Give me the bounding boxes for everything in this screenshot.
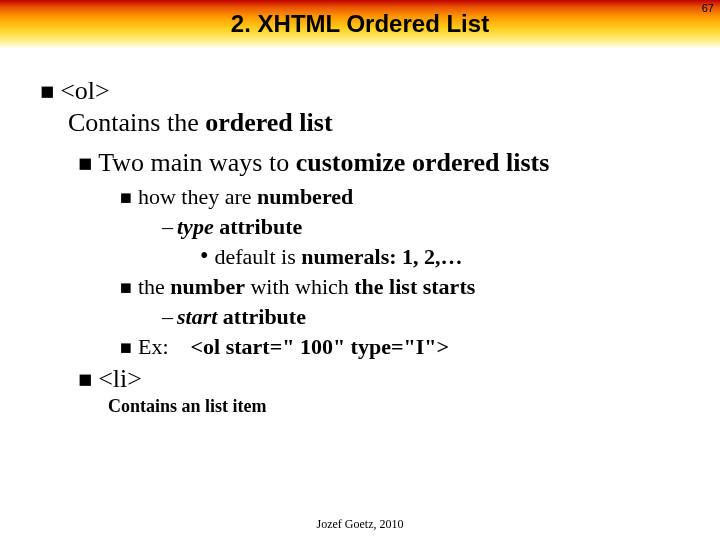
square-bullet-icon: ■ [120,336,132,358]
li-desc-a: Contains an [108,396,205,416]
bullet-example: ■Ex: <ol start=" 100" type="I"> [120,334,710,360]
default-b: numerals: 1, 2,… [301,244,462,269]
ex-label: Ex: [138,334,169,359]
slide-content: ■<ol> Contains the ordered list ■Two mai… [0,48,720,417]
ns-c: with which [245,274,354,299]
dash-bullet-icon: – [162,214,173,239]
slide-footer: Jozef Goetz, 2010 [0,517,720,532]
numbered-b: numbered [257,184,353,209]
ol-desc: Contains the ordered list [68,108,710,138]
type-attr-b: attribute [214,214,303,239]
start-attr-b: attribute [217,304,306,329]
bullet-li-tag: ■<li> [78,364,710,394]
customize-a: Two main ways to [98,148,296,177]
square-bullet-icon: ■ [40,78,54,104]
ex-code: <ol start=" 100" type="I"> [191,334,449,359]
ns-b: number [170,274,245,299]
ol-desc-b: ordered list [205,108,332,137]
square-bullet-icon: ■ [120,186,132,208]
ol-tag-text: <ol> [60,76,110,105]
li-desc-b: list item [205,396,266,416]
slide-header: 2. XHTML Ordered List [0,0,720,48]
customize-b: customize ordered lists [296,148,550,177]
bullet-customize: ■Two main ways to customize ordered list… [78,148,710,178]
page-number: 67 [702,2,714,14]
dot-bullet-icon: • [200,242,208,269]
li-tag-text: <li> [98,364,142,393]
ns-d: the list starts [354,274,475,299]
bullet-start-attr: –start attribute [162,304,710,330]
start-attr-a: start [177,304,217,329]
dash-bullet-icon: – [162,304,173,329]
bullet-ol-tag: ■<ol> [40,76,710,106]
square-bullet-icon: ■ [120,276,132,298]
ns-a: the [138,274,170,299]
bullet-number-start: ■the number with which the list starts [120,274,710,300]
slide-title: 2. XHTML Ordered List [231,10,489,38]
type-attr-a: type [177,214,214,239]
bullet-numbered: ■how they are numbered [120,184,710,210]
square-bullet-icon: ■ [78,366,92,392]
ol-desc-a: Contains the [68,108,205,137]
li-desc: Contains an list item [108,396,710,417]
numbered-a: how they are [138,184,257,209]
default-a: default is [214,244,301,269]
bullet-default-numerals: •default is numerals: 1, 2,… [200,244,710,270]
bullet-type-attr: –type attribute [162,214,710,240]
square-bullet-icon: ■ [78,150,92,176]
